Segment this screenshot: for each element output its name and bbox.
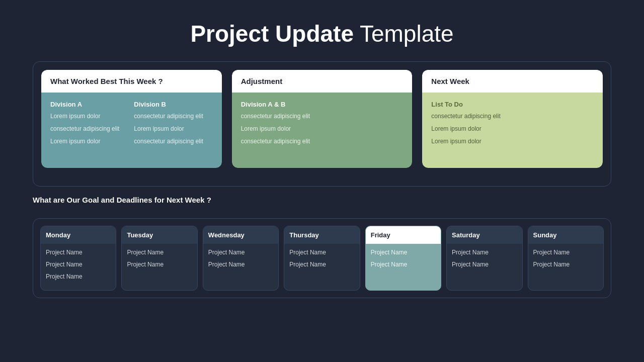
friday-body: Project Name Project Name — [366, 244, 441, 278]
thursday-project-1: Project Name — [289, 249, 354, 256]
sunday-column: Sunday Project Name Project Name — [528, 226, 604, 291]
division-a-title: Division A — [50, 101, 129, 108]
tuesday-body: Project Name Project Name — [122, 244, 197, 278]
monday-project-1: Project Name — [46, 249, 111, 256]
adjustment-item-2: Lorem ipsum dolor — [241, 125, 404, 133]
next-week-card: Next Week List To Do consectetur adipisc… — [422, 70, 603, 168]
adjustment-body: Division A & B consectetur adipiscing el… — [232, 93, 413, 168]
what-worked-header: What Worked Best This Week ? — [41, 70, 222, 93]
division-a-item-3: Lorem ipsum dolor — [50, 137, 129, 146]
monday-label: Monday — [46, 231, 111, 239]
saturday-label: Saturday — [452, 231, 517, 239]
next-week-body: List To Do consectetur adipiscing elit L… — [422, 93, 603, 168]
adjustment-header: Adjustment — [232, 70, 413, 93]
tuesday-column: Tuesday Project Name Project Name — [121, 226, 197, 291]
page-title-bold: Project Update — [190, 21, 354, 47]
division-b-item-2: Lorem ipsum dolor — [134, 125, 212, 133]
tuesday-project-2: Project Name — [127, 261, 192, 268]
top-cards: What Worked Best This Week ? Division A … — [41, 70, 603, 168]
wednesday-header: Wednesday — [203, 226, 278, 244]
wednesday-project-1: Project Name — [208, 249, 273, 256]
page-wrapper: Project Update Template What Worked Best… — [0, 0, 644, 362]
thursday-body: Project Name Project Name — [284, 244, 359, 278]
thursday-project-2: Project Name — [289, 261, 354, 268]
friday-label: Friday — [371, 231, 436, 239]
monday-column: Monday Project Name Project Name Project… — [40, 226, 116, 291]
calendar-grid: Monday Project Name Project Name Project… — [40, 226, 604, 291]
page-title-regular: Template — [354, 21, 454, 47]
division-a-item-2: consectetur adipiscing elit — [50, 125, 129, 133]
page-header: Project Update Template — [33, 15, 611, 47]
saturday-project-2: Project Name — [452, 261, 517, 268]
goals-section: What are Our Goal and Deadlines for Next… — [33, 196, 611, 211]
thursday-column: Thursday Project Name Project Name — [284, 226, 360, 291]
what-worked-card: What Worked Best This Week ? Division A … — [41, 70, 222, 168]
next-week-item-3: Lorem ipsum dolor — [431, 137, 594, 146]
friday-column: Friday Project Name Project Name — [365, 226, 441, 291]
division-b-col: Division B consectetur adipiscing elit L… — [134, 101, 212, 149]
tuesday-header: Tuesday — [122, 226, 197, 244]
wednesday-body: Project Name Project Name — [203, 244, 278, 278]
thursday-label: Thursday — [289, 231, 354, 239]
next-week-header: Next Week — [422, 70, 603, 93]
monday-body: Project Name Project Name Project Name — [41, 244, 116, 290]
division-a-item-1: Lorem ipsum dolor — [50, 112, 129, 121]
what-worked-columns: Division A Lorem ipsum dolor consectetur… — [50, 101, 213, 149]
sunday-project-2: Project Name — [533, 261, 598, 268]
saturday-column: Saturday Project Name Project Name — [446, 226, 522, 291]
sunday-body: Project Name Project Name — [528, 244, 603, 278]
saturday-body: Project Name Project Name — [447, 244, 522, 278]
wednesday-label: Wednesday — [208, 231, 273, 239]
saturday-project-1: Project Name — [452, 249, 517, 256]
next-week-item-2: Lorem ipsum dolor — [431, 125, 594, 133]
adjustment-item-1: consectetur adipiscing elit — [241, 112, 404, 121]
next-week-item-1: consectetur adipiscing elit — [431, 112, 594, 121]
what-worked-title: What Worked Best This Week ? — [50, 77, 213, 85]
division-b-item-3: consectetur adipiscing elit — [134, 137, 212, 146]
next-week-title: Next Week — [431, 77, 594, 85]
page-title: Project Update Template — [33, 20, 611, 47]
calendar-section: Monday Project Name Project Name Project… — [33, 218, 611, 298]
division-b-item-1: consectetur adipiscing elit — [134, 112, 212, 121]
monday-project-3: Project Name — [46, 273, 111, 280]
thursday-header: Thursday — [284, 226, 359, 244]
adjustment-card: Adjustment Division A & B consectetur ad… — [232, 70, 413, 168]
sunday-header: Sunday — [528, 226, 603, 244]
tuesday-project-1: Project Name — [127, 249, 192, 256]
adjustment-division-title: Division A & B — [241, 101, 404, 108]
adjustment-title: Adjustment — [241, 77, 404, 85]
monday-header: Monday — [41, 226, 116, 244]
wednesday-column: Wednesday Project Name Project Name — [203, 226, 279, 291]
friday-header: Friday — [366, 226, 441, 244]
saturday-header: Saturday — [447, 226, 522, 244]
list-to-do-title: List To Do — [431, 101, 594, 108]
monday-project-2: Project Name — [46, 261, 111, 268]
adjustment-item-3: consectetur adipiscing elit — [241, 137, 404, 146]
friday-project-2: Project Name — [371, 261, 436, 268]
division-b-title: Division B — [134, 101, 212, 108]
what-worked-body: Division A Lorem ipsum dolor consectetur… — [41, 93, 222, 168]
top-section: What Worked Best This Week ? Division A … — [33, 61, 611, 187]
tuesday-label: Tuesday — [127, 231, 192, 239]
sunday-project-1: Project Name — [533, 249, 598, 256]
sunday-label: Sunday — [533, 231, 598, 239]
friday-project-1: Project Name — [371, 249, 436, 256]
division-a-col: Division A Lorem ipsum dolor consectetur… — [50, 101, 129, 149]
goals-title: What are Our Goal and Deadlines for Next… — [33, 196, 611, 204]
wednesday-project-2: Project Name — [208, 261, 273, 268]
